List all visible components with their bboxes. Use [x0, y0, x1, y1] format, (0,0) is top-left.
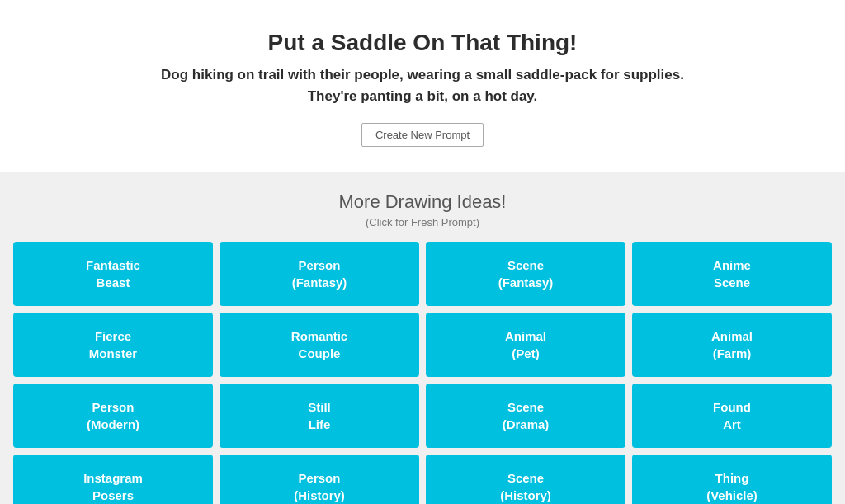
card-line2: (Vehicle) [706, 488, 758, 502]
subtitle-line1: Dog hiking on trail with their people, w… [161, 67, 684, 82]
card-line1: Scene [507, 471, 544, 485]
card-line2: (Fantasy) [498, 276, 554, 290]
card-line2: (History) [294, 488, 345, 502]
card-line1: Person [299, 258, 341, 272]
card-line2: (Modern) [87, 417, 139, 431]
drawing-card[interactable]: Person(History) [220, 455, 419, 504]
drawing-cards-grid: FantasticBeastPerson(Fantasy)Scene(Fanta… [13, 242, 832, 504]
drawing-card[interactable]: Person(Modern) [13, 384, 213, 448]
drawing-card[interactable]: StillLife [220, 384, 419, 448]
drawing-card[interactable]: Animal(Pet) [426, 313, 625, 377]
card-line1: Anime [713, 258, 751, 272]
card-line2: (Drama) [503, 417, 550, 431]
drawing-card[interactable]: FierceMonster [13, 313, 213, 377]
card-line2: Beast [97, 276, 130, 290]
card-line2: Scene [714, 276, 750, 290]
card-line1: Fantastic [86, 258, 140, 272]
section-subtitle: (Click for Fresh Prompt) [13, 216, 832, 228]
section-title: More Drawing Ideas! [13, 191, 832, 213]
card-line2: (Pet) [512, 346, 539, 360]
card-line1: Animal [711, 329, 753, 343]
main-title: Put a Saddle On That Thing! [17, 30, 828, 56]
drawing-card[interactable]: RomanticCouple [220, 313, 419, 377]
card-line1: Scene [507, 258, 544, 272]
subtitle-line2: They're panting a bit, on a hot day. [308, 88, 538, 104]
card-line2: (Fantasy) [292, 276, 347, 290]
card-line2: (History) [500, 488, 551, 502]
card-line1: Thing [715, 471, 749, 485]
top-section: Put a Saddle On That Thing! Dog hiking o… [0, 0, 845, 172]
card-line1: Person [92, 400, 135, 414]
drawing-card[interactable]: AnimeScene [632, 242, 832, 306]
card-line1: Instagram [83, 471, 143, 485]
drawing-card[interactable]: Person(Fantasy) [220, 242, 419, 306]
card-line2: Art [723, 417, 741, 431]
drawing-card[interactable]: Scene(History) [426, 455, 625, 504]
card-line2: Couple [299, 346, 341, 360]
card-line1: Found [713, 400, 751, 414]
drawing-card[interactable]: Animal(Farm) [632, 313, 832, 377]
card-line1: Scene [507, 400, 544, 414]
subtitle: Dog hiking on trail with their people, w… [17, 64, 828, 106]
card-line1: Still [308, 400, 331, 414]
drawing-card[interactable]: Scene(Drama) [426, 384, 625, 448]
card-line1: Animal [505, 329, 546, 343]
card-line1: Fierce [95, 329, 131, 343]
drawing-card[interactable]: InstagramPosers [13, 455, 213, 504]
drawing-card[interactable]: FoundArt [632, 384, 832, 448]
card-line2: Life [309, 417, 331, 431]
card-line1: Person [299, 471, 341, 485]
card-line1: Romantic [291, 329, 347, 343]
card-line2: (Farm) [713, 346, 752, 360]
create-new-prompt-button[interactable]: Create New Prompt [361, 123, 484, 147]
card-line2: Posers [92, 488, 134, 502]
card-line2: Monster [89, 346, 137, 360]
drawing-card[interactable]: Thing(Vehicle) [632, 455, 832, 504]
drawing-card[interactable]: FantasticBeast [13, 242, 213, 306]
bottom-section: More Drawing Ideas! (Click for Fresh Pro… [0, 172, 845, 504]
drawing-card[interactable]: Scene(Fantasy) [426, 242, 625, 306]
